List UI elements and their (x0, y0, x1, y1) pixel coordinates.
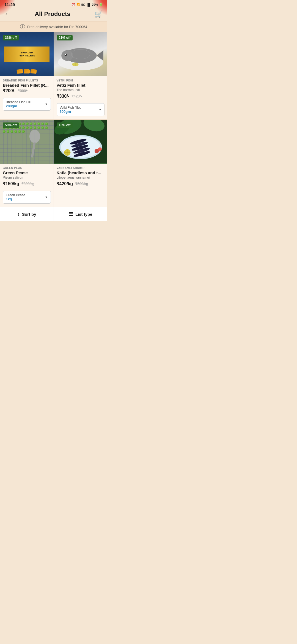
product-info: VETKI FISH Vetki Fish fillet The barramu… (54, 76, 108, 101)
product-card: 50% off GREEN PEAS Green Pease Pisum sat… (0, 120, 54, 207)
wifi-icon: 📶 (76, 3, 80, 6)
product-image-peas: 50% off (0, 120, 54, 164)
delivery-banner: i Free delivery available for Pin 700064 (0, 21, 107, 32)
product-category: VETKI FISH (57, 79, 105, 82)
price-row: ₹420/kg ₹500/kg (57, 181, 105, 186)
status-time: 11:29 (4, 2, 15, 7)
signal-icon: ▐▌ (86, 3, 91, 6)
product-image-breaded: BreadedFish Fillets 33% off (0, 32, 54, 76)
product-image-shrimp: 16% off (54, 120, 108, 164)
product-grid: BreadedFish Fillets 33% off BREADED FISH… (0, 32, 107, 207)
product-info: BREADED FISH FILLETS Breaded Fish Fillet… (0, 76, 54, 95)
product-name: Katla (headless and t... (57, 170, 105, 175)
sort-by-button[interactable]: ↕ Sort by (0, 207, 54, 221)
cart-button[interactable]: 🛒 (95, 10, 103, 18)
sort-label: Sort by (22, 212, 36, 217)
price-original: ₹500/kg (75, 182, 88, 186)
svg-point-3 (61, 50, 73, 61)
product-card: BreadedFish Fillets 33% off BREADED FISH… (0, 32, 54, 119)
alarm-icon: ⏰ (72, 3, 75, 6)
page-title: All Products (13, 10, 92, 18)
header: ← All Products 🛒 (0, 8, 107, 21)
product-card: 16% off VANNAMEI SHRIMP Katla (headless … (54, 120, 108, 207)
price-original: ₹300/kg (21, 182, 34, 186)
product-name: Breaded Fish Fillet (R... (3, 83, 51, 88)
list-type-icon: ☰ (69, 211, 73, 217)
product-image-vetki: 21% off (54, 32, 108, 76)
product-subtitle: The barramundi (57, 88, 105, 92)
variant-weight: 200gm (6, 104, 33, 108)
variant-selector[interactable]: Green Pease 1kg ▼ (3, 191, 51, 204)
variant-name: Green Pease (6, 193, 25, 197)
product-category: BREADED FISH FILLETS (3, 79, 51, 82)
price-row: ₹200/- ₹300/- (3, 88, 51, 93)
svg-rect-10 (31, 141, 36, 158)
price-row: ₹330/- ₹420/- (57, 94, 105, 99)
price-original: ₹300/- (18, 89, 28, 93)
variant-name: Breaded Fish Fill... (6, 100, 33, 104)
chevron-down-icon: ▼ (45, 196, 48, 199)
chevron-down-icon: ▼ (99, 108, 101, 111)
price-original: ₹420/- (72, 94, 82, 98)
bottom-bar: ↕ Sort by ☰ List type (0, 207, 107, 221)
discount-badge: 50% off (3, 122, 19, 128)
back-button[interactable]: ← (4, 10, 10, 18)
price-current: ₹330/- (57, 94, 69, 99)
variant-selector[interactable]: Vetki Fish fillet 300gm ▼ (57, 103, 105, 116)
delivery-text: Free delivery available for Pin 700064 (27, 25, 87, 29)
network-icon: 5G (81, 3, 86, 6)
variant-weight: 300gm (60, 110, 81, 114)
chevron-down-icon: ▼ (45, 103, 48, 106)
svg-point-9 (29, 130, 40, 143)
price-current: ₹420/kg (57, 181, 73, 186)
status-icons: ⏰ 📶 5G ▐▌ 79% 🔋 (72, 3, 103, 6)
price-row: ₹150/kg ₹300/kg (3, 181, 51, 186)
sort-icon: ↕ (17, 211, 20, 217)
discount-badge: 21% off (57, 35, 73, 40)
product-info: GREEN PEAS Green Pease Pisum sativum ₹15… (0, 164, 54, 189)
product-subtitle: Litopenaeus vannamei (57, 176, 105, 179)
product-category: GREEN PEAS (3, 167, 51, 170)
battery-icon: 🔋 (99, 3, 103, 6)
discount-badge: 33% off (3, 35, 19, 40)
svg-point-5 (65, 54, 66, 55)
status-bar: 11:29 ⏰ 📶 5G ▐▌ 79% 🔋 (0, 0, 107, 8)
product-name: Green Pease (3, 170, 51, 175)
product-info: VANNAMEI SHRIMP Katla (headless and t...… (54, 164, 108, 189)
product-subtitle: Pisum sativum (3, 176, 51, 179)
svg-point-26 (98, 147, 102, 151)
product-category: VANNAMEI SHRIMP (57, 167, 105, 170)
info-icon: i (20, 24, 25, 29)
list-type-button[interactable]: ☰ List type (54, 207, 108, 221)
battery-level: 79% (92, 3, 98, 6)
price-current: ₹150/kg (3, 181, 19, 186)
price-current: ₹200/- (3, 88, 15, 93)
product-name: Vetki Fish fillet (57, 83, 105, 88)
product-card: 21% off VETKI FISH Vetki Fish fillet The… (54, 32, 108, 119)
list-type-label: List type (75, 212, 92, 217)
variant-selector[interactable]: Breaded Fish Fill... 200gm ▼ (3, 98, 51, 111)
variant-name: Vetki Fish fillet (60, 106, 81, 110)
discount-badge: 16% off (57, 122, 73, 128)
variant-weight: 1kg (6, 197, 25, 201)
